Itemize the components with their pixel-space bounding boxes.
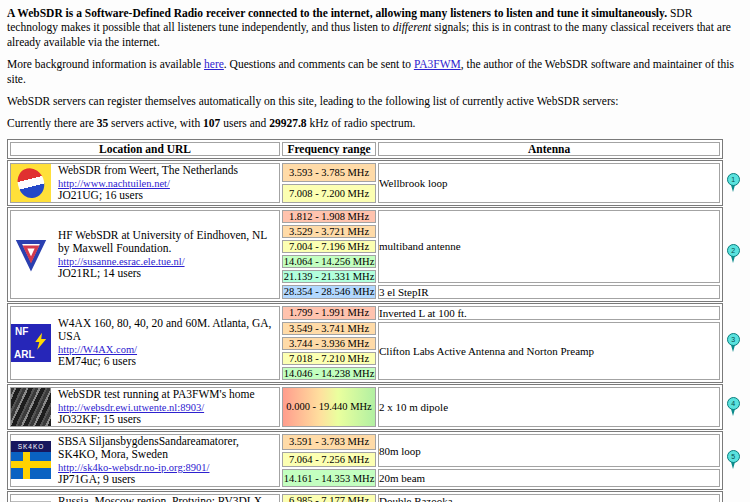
user-count: 107	[203, 117, 220, 129]
frequency-range-cell: 28.354 - 28.546 MHz	[282, 285, 376, 299]
location-wrap: Russia, Moscow region, Protvino: RV3DLX …	[11, 495, 279, 502]
frequency-range-cell: 21.139 - 21.331 MHz	[282, 270, 376, 283]
location-cell: HF WebSDR at University of Eindhoven, NL…	[10, 210, 280, 299]
server-name: WebSDR from Weert, The Netherlands	[58, 164, 238, 177]
server-name: HF WebSDR at University of Eindhoven, NL…	[58, 229, 279, 255]
server-locator-users: EM74uc; 6 users	[58, 355, 279, 368]
antenna-cell: Clifton Labs Active Antenna and Norton P…	[378, 322, 720, 380]
khz-count: 29927.8	[269, 117, 306, 129]
intro-text: users and	[220, 117, 269, 129]
map-pin-icon[interactable]: 1	[727, 173, 740, 193]
swedish-flag-sk4ko-icon: SK4KO	[11, 441, 51, 479]
frequency-range-cell: 7.064 - 7.256 MHz	[282, 452, 376, 468]
intro-text: servers active, with	[108, 117, 203, 129]
frequency-range-cell: 7.018 - 7.210 MHz	[282, 352, 376, 365]
server-locator-users: JO21UG; 16 users	[58, 189, 238, 202]
netherlands-map-icon	[11, 164, 51, 202]
pin-column: 4	[723, 397, 743, 417]
server-table: WebSDR test running at PA3FWM's homehttp…	[7, 384, 723, 430]
server-row: HF WebSDR at University of Eindhoven, NL…	[7, 207, 743, 302]
location-wrap: WebSDR test running at PA3FWM's homehttp…	[11, 388, 279, 426]
map-pin-icon[interactable]: 2	[727, 244, 740, 264]
map-pin-number: 3	[727, 333, 740, 346]
server-table: HF WebSDR at University of Eindhoven, NL…	[7, 207, 723, 302]
location-text: SBSA SiljansbygdensSandareamatorer, SK4K…	[58, 435, 279, 486]
map-pin-number: 4	[727, 397, 740, 410]
server-row: NFARLW4AX 160, 80, 40, 20 and 60M. Atlan…	[7, 303, 743, 383]
server-row: WebSDR test running at PA3FWM's homehttp…	[7, 384, 743, 430]
map-pin-number: 2	[727, 244, 740, 257]
here-link[interactable]: here	[204, 58, 224, 70]
antenna-cell: 80m loop	[378, 434, 720, 468]
pin-column: 5	[723, 450, 743, 470]
location-wrap: NFARLW4AX 160, 80, 40, 20 and 60M. Atlan…	[11, 317, 279, 368]
location-cell: WebSDR test running at PA3FWM's homehttp…	[10, 387, 280, 427]
antenna-cell: Double Bazooka	[378, 494, 720, 502]
frequency-range-cell: 1.799 - 1.991 MHz	[282, 306, 376, 320]
map-pin-number: 5	[727, 450, 740, 463]
location-cell: Russia, Moscow region, Protvino: RV3DLX …	[10, 494, 280, 502]
server-link[interactable]: http://websdr.ewi.utwente.nl:8903/	[58, 402, 204, 413]
pin-column: 3	[723, 333, 743, 353]
intro-text: kHz of radio spectrum.	[307, 117, 416, 129]
location-text: HF WebSDR at University of Eindhoven, NL…	[58, 229, 279, 280]
table-header-row: Location and URL Frequency range Antenna	[7, 139, 743, 159]
server-table: SK4KOSBSA SiljansbygdensSandareamatorer,…	[7, 431, 723, 490]
location-wrap: HF WebSDR at University of Eindhoven, NL…	[11, 229, 279, 280]
frequency-range-cell: 0.000 - 19.440 MHz	[282, 387, 376, 427]
antenna-cell: Wellbrook loop	[378, 163, 720, 203]
server-name: SBSA SiljansbygdensSandareamatorer, SK4K…	[58, 435, 279, 461]
server-link[interactable]: http://W4AX.com/	[58, 344, 137, 355]
map-pin-number: 1	[727, 173, 740, 186]
frequency-range-cell: 14.046 - 14.238 MHz	[282, 367, 376, 380]
server-name: Russia, Moscow region, Protvino: RV3DLX …	[58, 495, 279, 502]
frequency-range-cell: 3.744 - 3.936 MHz	[282, 337, 376, 350]
location-text: WebSDR test running at PA3FWM's homehttp…	[58, 388, 255, 426]
server-locator-users: JP71GA; 9 users	[58, 473, 279, 486]
location-cell: WebSDR from Weert, The Netherlandshttp:/…	[10, 163, 280, 203]
server-link[interactable]: http://www.nachtuilen.net/	[58, 178, 170, 189]
frequency-range-cell: 7.008 - 7.200 MHz	[282, 184, 376, 203]
pin-column: 2	[723, 244, 743, 264]
server-locator-users: JO21RL; 14 users	[58, 267, 279, 280]
antenna-cell: 2 x 10 m dipole	[378, 387, 720, 427]
map-pin-icon[interactable]: 5	[727, 450, 740, 470]
intro-text: Currently there are	[7, 117, 97, 129]
antenna-cell: 3 el StepIR	[378, 285, 720, 299]
server-table: Russia, Moscow region, Protvino: RV3DLX …	[7, 491, 723, 502]
server-table: NFARLW4AX 160, 80, 40, 20 and 60M. Atlan…	[7, 303, 723, 383]
column-header-frequency: Frequency range	[282, 142, 376, 156]
intro-paragraph-4: Currently there are 35 servers active, w…	[7, 116, 743, 130]
frequency-range-cell: 3.593 - 3.785 MHz	[282, 163, 376, 182]
intro-text: . Questions and comments can be sent to	[224, 58, 414, 70]
intro-paragraph-3: WebSDR servers can register themselves a…	[7, 94, 743, 108]
frequency-range-cell: 3.549 - 3.741 MHz	[282, 322, 376, 335]
server-locator-users: JO32KF; 15 users	[58, 413, 255, 426]
intro-italic-word: different	[393, 21, 432, 33]
frequency-range-cell: 3.529 - 3.721 MHz	[282, 225, 376, 238]
column-header-antenna: Antenna	[378, 142, 720, 156]
intro-section: A WebSDR is a Software-Defined Radio rec…	[7, 6, 743, 131]
location-text: W4AX 160, 80, 40, 20 and 60M. Atlanta, G…	[58, 317, 279, 368]
server-row: WebSDR from Weert, The Netherlandshttp:/…	[7, 160, 743, 206]
location-text: Russia, Moscow region, Protvino: RV3DLX …	[58, 495, 279, 502]
location-text: WebSDR from Weert, The Netherlandshttp:/…	[58, 164, 238, 202]
map-pin-icon[interactable]: 3	[727, 333, 740, 353]
intro-lead-bold: A WebSDR is a Software-Defined Radio rec…	[7, 7, 667, 19]
server-link[interactable]: http://susanne.esrac.ele.tue.nl/	[58, 256, 185, 267]
antenna-cell: Inverted L at 100 ft.	[378, 306, 720, 320]
pa3fwm-link[interactable]: PA3FWM	[414, 58, 461, 70]
frequency-range-cell: 1.812 - 1.908 MHz	[282, 210, 376, 223]
websdr-page: A WebSDR is a Software-Defined Radio rec…	[0, 0, 750, 502]
antenna-cell: multiband antenne	[378, 210, 720, 283]
server-list: WebSDR from Weert, The Netherlandshttp:/…	[7, 160, 743, 502]
server-table: WebSDR from Weert, The Netherlandshttp:/…	[7, 160, 723, 206]
server-row: SK4KOSBSA SiljansbygdensSandareamatorer,…	[7, 431, 743, 490]
location-wrap: SK4KOSBSA SiljansbygdensSandareamatorer,…	[11, 435, 279, 486]
intro-text: More background information is available	[7, 58, 204, 70]
map-pin-icon[interactable]: 4	[727, 397, 740, 417]
nfarl-club-logo-icon: NFARL	[11, 324, 51, 362]
server-name: WebSDR test running at PA3FWM's home	[58, 388, 255, 401]
server-link[interactable]: http://sk4ko-websdr.no-ip.org:8901/	[58, 462, 209, 473]
intro-paragraph-1: A WebSDR is a Software-Defined Radio rec…	[7, 6, 743, 49]
